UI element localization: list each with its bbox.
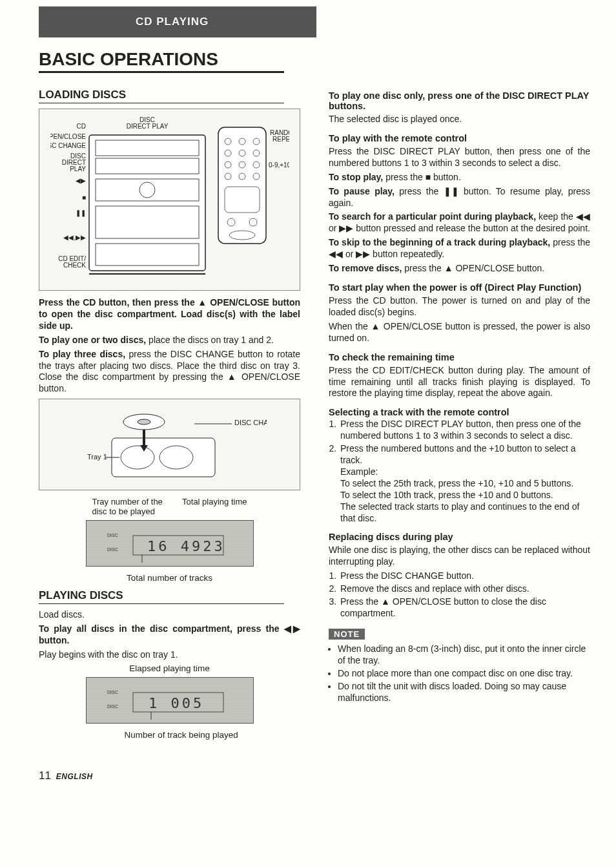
- svg-text:DISC: DISC: [107, 704, 118, 709]
- p-pause: To pause play, press the ❚❚ button. To r…: [329, 186, 590, 209]
- rstep-1: Press the DISC CHANGE button.: [339, 570, 590, 582]
- h-direct-play: To start play when the power is off (Dir…: [329, 282, 590, 293]
- replacing-steps: Press the DISC CHANGE button. Remove the…: [329, 570, 590, 620]
- note-tag: NOTE: [329, 629, 365, 640]
- svg-text:▲ OPEN/CLOSE: ▲ OPEN/CLOSE: [50, 133, 86, 140]
- play-all-body: Play begins with the disc on tray 1.: [39, 649, 300, 661]
- intro-paragraph: Press the CD button, then press the ▲ OP…: [39, 297, 300, 332]
- p-replacing: While one disc is playing, the other dis…: [329, 545, 590, 568]
- disc-tray-diagram: DISC CHANGE Tray 1: [39, 399, 300, 490]
- right-column: To play one disc only, press one of the …: [329, 45, 590, 744]
- svg-text:◀▶: ◀▶: [76, 177, 86, 184]
- lcd-display-2: DISC DISC 1 005: [86, 677, 254, 724]
- note-3: Do not tilt the unit with discs loaded. …: [338, 681, 590, 704]
- h-remote: To play with the remote control: [329, 133, 590, 143]
- rstep-3: Press the ▲ OPEN/CLOSE button to close t…: [339, 596, 590, 620]
- page-language: ENGLISH: [56, 772, 93, 781]
- section-tab-label: CD PLAYING: [136, 16, 209, 28]
- title-rule: [39, 71, 284, 73]
- p-stop: To stop play, press the ■ button.: [329, 172, 590, 183]
- section-rule-2: [39, 603, 284, 604]
- section-playing-discs: PLAYING DISCS: [39, 589, 300, 602]
- p-remote: Press the DISC DIRECT PLAY button, then …: [329, 146, 590, 169]
- svg-text:CHECK: CHECK: [63, 262, 85, 269]
- page-title: BASIC OPERATIONS: [39, 49, 300, 70]
- play-three: To play three discs, press the DISC CHAN…: [39, 349, 300, 395]
- section-tab: CD PLAYING: [39, 6, 316, 37]
- svg-text:DISC: DISC: [107, 547, 118, 552]
- p-skip: To skip to the beginning of a track duri…: [329, 237, 590, 260]
- svg-text:0-9,+10: 0-9,+10: [269, 162, 289, 169]
- stereo-remote-diagram: DISC DIRECT PLAY CD RANDOM/ REPEAT ▲ OPE…: [39, 109, 300, 291]
- svg-text:Tray 1: Tray 1: [87, 453, 107, 461]
- h-replacing: Replacing discs during play: [329, 532, 590, 542]
- load-discs: Load discs.: [39, 609, 300, 621]
- svg-text:DISC: DISC: [107, 533, 118, 538]
- svg-text:■: ■: [81, 194, 85, 201]
- step-2: Press the numbered buttons and the +10 b…: [339, 443, 590, 524]
- svg-text:1  005: 1 005: [149, 695, 204, 711]
- play-all: To play all discs in the disc compartmen…: [39, 623, 300, 647]
- svg-text:REPEAT: REPEAT: [272, 136, 289, 143]
- lcd-display-1: DISC DISC 16 4923: [86, 520, 254, 567]
- lcd-top-captions: Tray number of the disc to be played Tot…: [92, 497, 247, 516]
- elapsed-caption: Elapsed playing time: [86, 663, 254, 673]
- svg-text:❚❚: ❚❚: [76, 209, 86, 217]
- section-rule: [39, 103, 284, 103]
- h-remaining: To check the remaining time: [329, 352, 590, 362]
- page-number: 11: [39, 769, 51, 782]
- step-1: Press the DISC DIRECT PLAY button, then …: [339, 419, 590, 442]
- svg-text:DISC CHANGE: DISC CHANGE: [50, 142, 86, 149]
- page-footer: 11 ENGLISH: [39, 769, 590, 782]
- p-one-disc: The selected disc is played once.: [329, 114, 590, 125]
- note-2: Do not place more than one compact disc …: [338, 668, 590, 680]
- rstep-2: Remove the discs and replace with other …: [339, 583, 590, 595]
- lcd-bottom-caption: Total number of tracks: [86, 573, 254, 583]
- p-direct-a: Press the CD button. The power is turned…: [329, 295, 590, 319]
- note-1: When loading an 8-cm (3-inch) disc, put …: [338, 643, 590, 667]
- left-column: BASIC OPERATIONS LOADING DISCS: [39, 45, 300, 744]
- num-track-caption: Number of track being played: [86, 730, 254, 740]
- svg-text:DIRECT PLAY: DIRECT PLAY: [126, 123, 168, 130]
- svg-text:DISC: DISC: [107, 690, 118, 695]
- h-one-disc: To play one disc only, press one of the …: [329, 90, 590, 111]
- svg-point-43: [138, 419, 150, 424]
- play-one-two: To play one or two discs, place the disc…: [39, 335, 300, 346]
- svg-text:◀◀,▶▶: ◀◀,▶▶: [63, 234, 86, 241]
- svg-rect-44: [112, 438, 215, 477]
- note-list: When loading an 8-cm (3-inch) disc, put …: [329, 643, 590, 704]
- svg-text:PLAY: PLAY: [70, 165, 86, 172]
- svg-text:16 4923: 16 4923: [147, 538, 225, 554]
- h-select-track: Selecting a track with the remote contro…: [329, 407, 590, 417]
- svg-text:CD: CD: [76, 123, 85, 130]
- p-remaining: Press the CD EDIT/CHECK button during pl…: [329, 365, 590, 400]
- p-search: To search for a particular point during …: [329, 211, 590, 235]
- p-direct-b: When the ▲ OPEN/CLOSE button is pressed,…: [329, 321, 590, 344]
- section-loading-discs: LOADING DISCS: [39, 89, 300, 101]
- svg-text:DISC CHANGE: DISC CHANGE: [234, 419, 267, 426]
- select-track-steps: Press the DISC DIRECT PLAY button, then …: [329, 419, 590, 524]
- p-remove: To remove discs, press the ▲ OPEN/CLOSE …: [329, 263, 590, 275]
